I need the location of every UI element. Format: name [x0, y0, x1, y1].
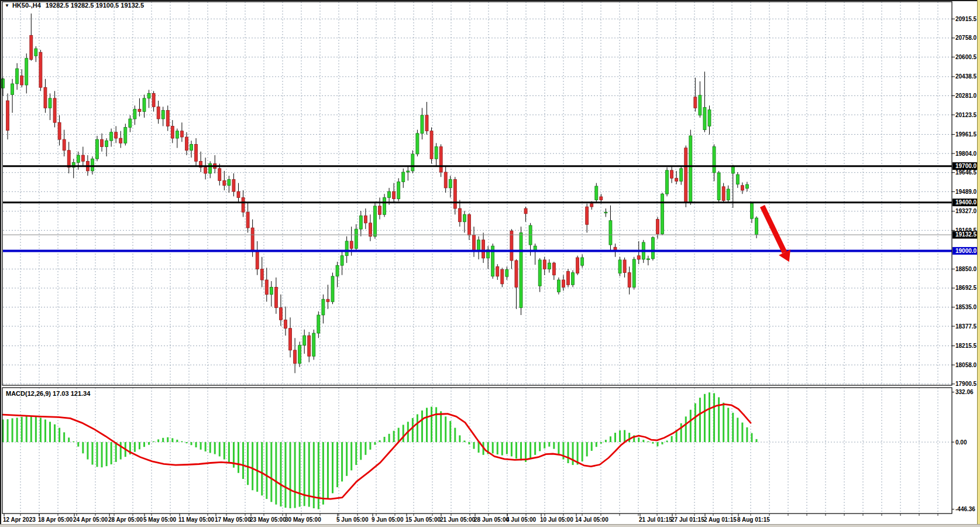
- macd-tick-label: 0.00: [955, 439, 967, 446]
- price-tick-label: 18377.5: [955, 323, 977, 330]
- time-axis-label: 4 Jul 05:00: [506, 516, 537, 523]
- price-tick-label: 20281.0: [955, 93, 977, 99]
- time-axis-label: 9 Jun 05:00: [372, 516, 404, 523]
- price-tick-label: 18692.5: [955, 285, 977, 291]
- price-tick-label: 17900.5: [955, 381, 977, 387]
- time-axis-label: 8 Aug 01:15: [737, 516, 770, 523]
- price-tick-label: 20758.0: [955, 35, 977, 41]
- symbol-dropdown-icon[interactable]: ▼: [5, 3, 9, 8]
- price-tick-label: 19804.0: [955, 150, 977, 157]
- price-tick-label: 18215.5: [955, 343, 977, 349]
- time-axis-label: 10 Jul 05:00: [540, 516, 573, 523]
- highlighted-price-label: 19000.0: [955, 248, 977, 254]
- ohlc-quote: 19282.5 19282.5 19100.5 19132.5: [46, 2, 144, 9]
- time-axis-label: 27 Jul 01:15: [671, 516, 704, 523]
- time-axis-label: 2 Aug 01:15: [704, 516, 737, 523]
- price-tick-label: 18850.0: [955, 266, 977, 272]
- time-axis-label: 17 May 05:00: [215, 516, 251, 523]
- highlighted-price-label: 19700.0: [955, 163, 977, 169]
- time-axis-label: 23 May 05:00: [250, 516, 286, 523]
- time-axis-label: 30 May 05:00: [285, 516, 321, 523]
- time-axis-label: 21 Jul 01:15: [639, 516, 672, 523]
- time-axis-label: 28 Apr 05:00: [108, 516, 143, 523]
- time-axis-label: 5 Jun 05:00: [336, 516, 369, 523]
- time-axis-label: 24 Apr 05:00: [73, 516, 108, 523]
- price-axis: 20915.520758.020600.520438.520281.020123…: [952, 16, 979, 387]
- macd-indicator-label: MACD(12,26,9) 17.03 121.34: [6, 390, 90, 397]
- price-tick-label: 20915.5: [955, 16, 977, 22]
- chart-canvas[interactable]: 20915.520758.020600.520438.520281.020123…: [0, 0, 980, 527]
- window-left-border: [0, 0, 1, 524]
- time-axis-label: 11 May 05:00: [178, 516, 215, 523]
- quote-header: ▼HK50-,H419282.5 19282.5 19100.5 19132.5: [5, 2, 144, 9]
- candles-layer: [2, 13, 758, 373]
- price-tick-label: 19646.5: [955, 169, 977, 176]
- macd-axis: 332.060.00-446.36: [952, 389, 975, 512]
- highlighted-price-label: 19400.0: [955, 199, 977, 206]
- hlines-layer: [3, 166, 952, 251]
- time-axis-label: 21 Jun 05:00: [440, 516, 475, 523]
- macd-tick-label: 332.06: [955, 389, 974, 395]
- price-tick-label: 18058.0: [955, 362, 977, 368]
- window-bottom-edge: [0, 524, 980, 527]
- panel-borders: [2, 2, 952, 514]
- symbol-period-label: HK50-,H4: [12, 2, 41, 9]
- window-right-edge[interactable]: [977, 0, 980, 524]
- time-axis-label: 12 Apr 2023: [3, 516, 36, 523]
- time-axis-label: 15 Jun 05:00: [405, 516, 441, 523]
- trading-chart-window: 20915.520758.020600.520438.520281.020123…: [0, 0, 980, 527]
- price-tick-label: 20600.5: [955, 54, 977, 60]
- time-axis-label: 5 May 05:00: [143, 516, 177, 523]
- time-axis-label: 28 Jun 05:00: [474, 516, 509, 523]
- price-tick-label: 19961.5: [955, 131, 977, 138]
- macd-tick-label: -446.36: [955, 506, 975, 512]
- macd-layer: [2, 392, 758, 509]
- price-tick-label: 19489.0: [955, 189, 977, 195]
- highlighted-price-label: 19132.5: [955, 231, 977, 238]
- time-axis-label: 18 Apr 05:00: [38, 516, 73, 523]
- price-tick-label: 19327.0: [955, 208, 977, 214]
- price-tick-label: 18535.0: [955, 304, 977, 310]
- time-axis: 12 Apr 202318 Apr 05:0024 Apr 05:0028 Ap…: [3, 514, 770, 523]
- price-tick-label: 20438.5: [955, 73, 977, 80]
- sell-signal-arrow: [762, 206, 790, 262]
- price-tick-label: 20123.5: [955, 112, 977, 118]
- time-axis-label: 14 Jul 05:00: [575, 516, 608, 523]
- window-top-border: [0, 0, 980, 1]
